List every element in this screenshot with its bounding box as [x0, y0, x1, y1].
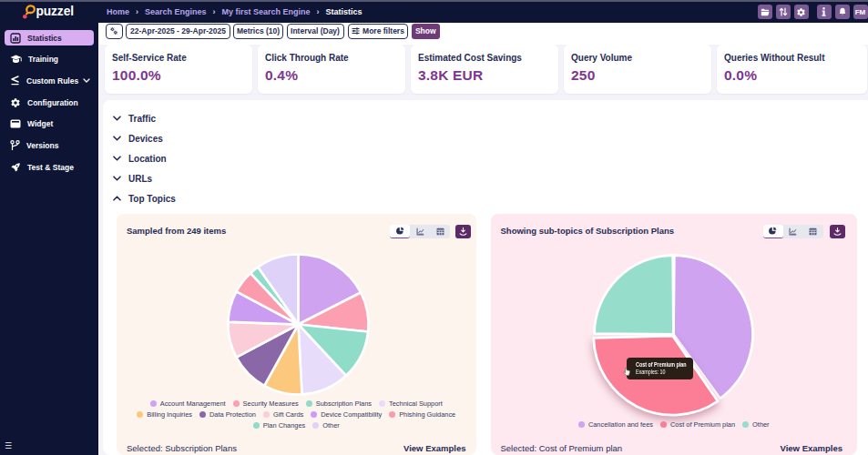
- svg-text:puzzel: puzzel: [36, 5, 74, 18]
